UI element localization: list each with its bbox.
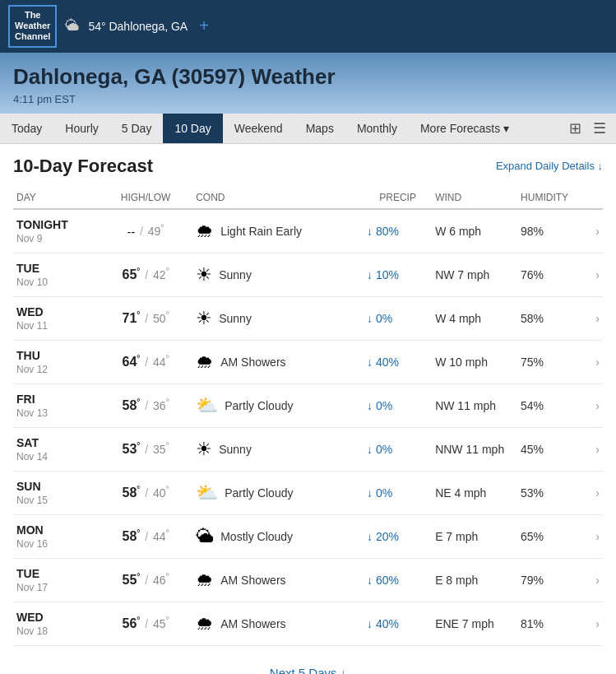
wind-cell: E 7 mph — [432, 514, 517, 558]
grid-view-icon[interactable]: ⊞ — [566, 116, 585, 141]
row-expand-chevron[interactable]: › — [586, 296, 603, 340]
precip-cell: ↓ 60% — [364, 558, 432, 602]
table-row[interactable]: SUN Nov 15 58° / 40° ⛅ Partly Cloudy ↓ 0… — [13, 471, 603, 514]
wind-cell: ENE 7 mph — [432, 602, 517, 645]
nav-maps[interactable]: Maps — [294, 114, 345, 143]
condition-text: Partly Cloudy — [225, 399, 293, 412]
condition-icon: 🌧 — [196, 569, 214, 591]
row-expand-chevron[interactable]: › — [586, 558, 603, 602]
cond-cell: ⛅ Partly Cloudy — [192, 383, 364, 427]
table-row[interactable]: THU Nov 12 64° / 44° 🌧 AM Showers ↓ 40% … — [13, 340, 603, 383]
table-row[interactable]: SAT Nov 14 53° / 35° ☀ Sunny ↓ 0% NNW 11… — [13, 427, 603, 471]
condition-text: Partly Cloudy — [225, 486, 293, 500]
nav-monthly[interactable]: Monthly — [345, 114, 409, 143]
temp-cell: 58° / 40° — [99, 471, 192, 514]
precip-cell: ↓ 40% — [364, 340, 432, 383]
precip-cell: ↓ 0% — [364, 427, 432, 471]
add-location-button[interactable]: + — [199, 16, 209, 35]
row-expand-chevron[interactable]: › — [586, 514, 603, 558]
location-section: Dahlonega, GA (30597) Weather 4:11 pm ES… — [0, 53, 616, 114]
wind-cell: NE 4 mph — [432, 471, 517, 514]
humidity-cell: 65% — [517, 514, 586, 558]
expand-daily-details-link[interactable]: Expand Daily Details ↓ — [496, 160, 603, 172]
wind-cell: W 10 mph — [432, 340, 517, 383]
row-expand-chevron[interactable]: › — [586, 340, 603, 383]
wind-cell: W 4 mph — [432, 296, 517, 340]
humidity-cell: 81% — [517, 602, 586, 645]
forecast-table: DAY HIGH/LOW COND PRECIP WIND HUMIDITY T… — [13, 187, 603, 646]
day-cell: TONIGHT Nov 9 — [13, 209, 99, 253]
humidity-cell: 98% — [517, 209, 586, 253]
nav-more-forecasts[interactable]: More Forecasts ▾ — [409, 114, 521, 143]
table-row[interactable]: FRI Nov 13 58° / 36° ⛅ Partly Cloudy ↓ 0… — [13, 383, 603, 427]
top-bar-temp-location: 54° Dahlonega, GA — [88, 20, 188, 33]
col-header-wind: WIND — [432, 187, 517, 209]
nav-weekend[interactable]: Weekend — [223, 114, 294, 143]
nav-bar: Today Hourly 5 Day 10 Day Weekend Maps M… — [0, 114, 616, 144]
condition-text: Mostly Cloudy — [220, 530, 293, 543]
forecast-header: 10-Day Forecast Expand Daily Details ↓ — [13, 156, 603, 177]
table-row[interactable]: WED Nov 11 71° / 50° ☀ Sunny ↓ 0% W 4 mp… — [13, 296, 603, 340]
table-row[interactable]: WED Nov 18 56° / 45° 🌧 AM Showers ↓ 40% … — [13, 602, 603, 645]
nav-10day[interactable]: 10 Day — [163, 114, 222, 143]
precip-cell: ↓ 80% — [364, 209, 432, 253]
condition-icon: ⛅ — [196, 482, 218, 504]
table-row[interactable]: TUE Nov 10 65° / 42° ☀ Sunny ↓ 10% NW 7 … — [13, 253, 603, 296]
col-header-precip: PRECIP — [364, 187, 432, 209]
condition-icon: 🌥 — [196, 526, 214, 547]
cond-cell: 🌧 AM Showers — [192, 558, 364, 602]
next-5-days-button[interactable]: Next 5 Days ↓ — [13, 659, 603, 674]
temp-cell: 55° / 46° — [99, 558, 192, 602]
wind-cell: E 8 mph — [432, 558, 517, 602]
nav-view-controls: ⊞ ☰ — [559, 114, 616, 143]
temp-cell: 64° / 44° — [99, 340, 192, 383]
table-header-row: DAY HIGH/LOW COND PRECIP WIND HUMIDITY — [13, 187, 603, 209]
col-header-cond: COND — [192, 187, 364, 209]
precip-cell: ↓ 40% — [364, 602, 432, 645]
row-expand-chevron[interactable]: › — [586, 209, 603, 253]
day-cell: THU Nov 12 — [13, 340, 99, 383]
list-view-icon[interactable]: ☰ — [590, 116, 609, 141]
col-header-humidity: HUMIDITY — [517, 187, 586, 209]
table-row[interactable]: TUE Nov 17 55° / 46° 🌧 AM Showers ↓ 60% … — [13, 558, 603, 602]
cond-cell: 🌧 AM Showers — [192, 340, 364, 383]
table-row[interactable]: TONIGHT Nov 9 -- / 49° 🌧 Light Rain Earl… — [13, 209, 603, 253]
cond-cell: 🌧 Light Rain Early — [192, 209, 364, 253]
logo: The Weather Channel — [8, 5, 57, 48]
humidity-cell: 79% — [517, 558, 586, 602]
row-expand-chevron[interactable]: › — [586, 471, 603, 514]
condition-icon: ☀ — [196, 308, 212, 329]
row-expand-chevron[interactable]: › — [586, 602, 603, 645]
temp-cell: 53° / 35° — [99, 427, 192, 471]
cond-cell: ⛅ Partly Cloudy — [192, 471, 364, 514]
nav-hourly[interactable]: Hourly — [53, 114, 109, 143]
humidity-cell: 75% — [517, 340, 586, 383]
day-cell: SAT Nov 14 — [13, 427, 99, 471]
row-expand-chevron[interactable]: › — [586, 253, 603, 296]
condition-icon: 🌧 — [196, 351, 214, 373]
row-expand-chevron[interactable]: › — [586, 383, 603, 427]
day-cell: WED Nov 11 — [13, 296, 99, 340]
day-cell: TUE Nov 17 — [13, 558, 99, 602]
day-cell: FRI Nov 13 — [13, 383, 99, 427]
nav-5day[interactable]: 5 Day — [110, 114, 164, 143]
humidity-cell: 76% — [517, 253, 586, 296]
day-cell: TUE Nov 10 — [13, 253, 99, 296]
precip-cell: ↓ 0% — [364, 296, 432, 340]
location-time: 4:11 pm EST — [13, 93, 603, 105]
col-header-day: DAY — [13, 187, 99, 209]
table-row[interactable]: MON Nov 16 58° / 44° 🌥 Mostly Cloudy ↓ 2… — [13, 514, 603, 558]
condition-text: Sunny — [219, 443, 252, 456]
condition-text: AM Showers — [220, 356, 285, 369]
nav-today[interactable]: Today — [0, 114, 53, 143]
day-cell: WED Nov 18 — [13, 602, 99, 645]
wind-cell: NW 11 mph — [432, 383, 517, 427]
condition-icon: 🌧 — [196, 221, 214, 242]
cond-cell: ☀ Sunny — [192, 427, 364, 471]
condition-icon: ⛅ — [196, 395, 218, 416]
col-header-highlow: HIGH/LOW — [99, 187, 192, 209]
day-cell: SUN Nov 15 — [13, 471, 99, 514]
top-bar: The Weather Channel 🌥 54° Dahlonega, GA … — [0, 0, 616, 53]
weather-icon: 🌥 — [65, 17, 80, 35]
row-expand-chevron[interactable]: › — [586, 427, 603, 471]
